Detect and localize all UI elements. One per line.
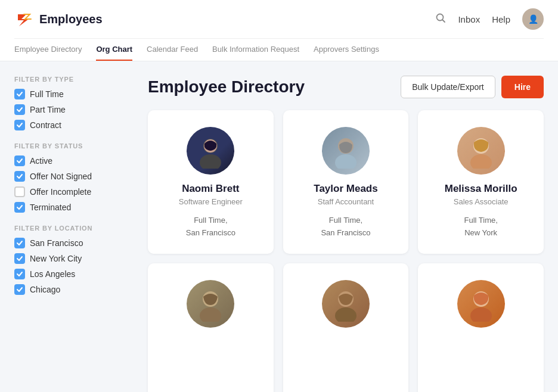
checkbox-contract[interactable] [14,120,25,130]
content-area: Employee Directory Bulk Update/Export Hi… [148,76,544,392]
check-icon [16,204,23,211]
avatar-image-naomi [193,133,228,169]
logo: Employees [14,10,103,29]
filter-chicago[interactable]: Chicago [14,284,134,295]
label-los-angeles: Los Angeles [30,269,75,279]
name-melissa: Melissa Morillo [445,183,517,195]
search-icon [435,13,446,23]
checkbox-offer-incomplete[interactable] [14,186,25,197]
filter-offer-not-signed[interactable]: Offer Not Signed [14,171,134,182]
check-icon [16,157,23,164]
tab-approvers-settings[interactable]: Approvers Settings [314,39,379,61]
tab-bulk-information[interactable]: Bulk Information Request [212,39,299,61]
check-icon [16,106,23,113]
label-new-york-city: New York City [30,254,82,263]
filter-los-angeles[interactable]: Los Angeles [14,269,134,279]
details-naomi: Full Time,San Francisco [186,214,235,239]
checkbox-terminated[interactable] [14,202,25,213]
header-actions: Bulk Update/Export Hire [401,76,544,98]
svg-point-6 [335,154,356,169]
filter-active[interactable]: Active [14,155,134,166]
svg-point-0 [437,14,444,20]
header: Employees Inbox Help 👤 Employee Director… [0,0,558,61]
tab-employee-directory[interactable]: Employee Directory [14,39,82,61]
check-icon [16,239,23,247]
filter-new-york-city[interactable]: New York City [14,253,134,264]
employee-card-taylor[interactable]: Taylor Meads Staff Accountant Full Time,… [283,110,409,254]
filter-location-title: FILTER BY LOCATION [14,225,134,232]
main-content: FILTER BY TYPE Full Time Part Time Contr… [0,61,558,392]
help-link[interactable]: Help [492,14,510,24]
avatar-image-taylor [328,133,364,169]
filter-full-time[interactable]: Full Time [14,89,134,99]
checkbox-los-angeles[interactable] [14,269,25,279]
label-offer-not-signed: Offer Not Signed [30,172,92,181]
employee-card-4[interactable] [148,263,274,392]
label-contract: Contract [30,120,61,130]
employee-grid: Naomi Brett Software Engineer Full Time,… [148,110,544,392]
check-icon [16,255,23,262]
filter-offer-incomplete[interactable]: Offer Incomplete [14,186,134,197]
hire-button[interactable]: Hire [501,76,544,98]
checkbox-part-time[interactable] [14,104,25,115]
filter-status-title: FILTER BY STATUS [14,142,134,150]
svg-point-3 [200,154,221,169]
filter-contract[interactable]: Contract [14,120,134,130]
sidebar: FILTER BY TYPE Full Time Part Time Contr… [14,76,134,392]
filter-san-francisco[interactable]: San Francisco [14,238,134,248]
check-icon [16,270,23,278]
content-header: Employee Directory Bulk Update/Export Hi… [148,76,544,98]
avatar-naomi [187,127,234,175]
avatar-6 [457,280,505,328]
filter-type-title: FILTER BY TYPE [14,76,134,83]
nav-tabs: Employee Directory Org Chart Calendar Fe… [14,38,544,61]
employee-card-naomi[interactable]: Naomi Brett Software Engineer Full Time,… [148,110,274,254]
avatar-melissa [457,127,505,175]
svg-point-12 [335,307,356,322]
filter-by-status: FILTER BY STATUS Active Offer Not Signed… [14,142,134,213]
checkbox-new-york-city[interactable] [14,253,25,264]
check-icon [16,173,23,180]
avatar-5 [322,280,370,328]
user-avatar[interactable]: 👤 [522,8,544,30]
checkbox-full-time[interactable] [14,89,25,99]
avatar-image-6 [463,286,499,322]
tab-org-chart[interactable]: Org Chart [96,39,132,61]
checkbox-san-francisco[interactable] [14,238,25,248]
app-title: Employees [39,13,103,26]
svg-point-8 [470,154,492,169]
filter-part-time[interactable]: Part Time [14,104,134,115]
tab-calendar-feed[interactable]: Calendar Feed [147,39,198,61]
label-full-time: Full Time [30,89,64,99]
checkbox-chicago[interactable] [14,284,25,295]
name-taylor: Taylor Meads [314,183,377,195]
inbox-link[interactable]: Inbox [458,14,480,24]
employee-card-5[interactable] [283,263,409,392]
avatar-image-melissa [463,133,499,169]
filter-by-location: FILTER BY LOCATION San Francisco New Yor… [14,225,134,295]
svg-line-1 [443,20,445,22]
header-top: Employees Inbox Help 👤 [14,0,544,38]
check-icon [16,286,23,293]
search-button[interactable] [435,13,446,26]
avatar-image-5 [328,286,364,322]
employee-card-6[interactable] [418,263,544,392]
details-taylor: Full Time,San Francisco [321,214,370,239]
page-title: Employee Directory [148,77,305,97]
checkbox-active[interactable] [14,155,25,166]
check-icon [16,91,23,98]
label-active: Active [30,156,52,166]
checkbox-offer-not-signed[interactable] [14,171,25,182]
bulk-update-export-button[interactable]: Bulk Update/Export [401,76,495,98]
details-melissa: Full Time,New York [464,214,497,239]
employee-card-melissa[interactable]: Melissa Morillo Sales Associate Full Tim… [418,110,544,254]
check-icon [16,122,23,129]
label-terminated: Terminated [30,203,71,212]
filter-by-type: FILTER BY TYPE Full Time Part Time Contr… [14,76,134,130]
header-right: Inbox Help 👤 [435,8,544,30]
role-taylor: Staff Accountant [318,197,374,206]
filter-terminated[interactable]: Terminated [14,202,134,213]
role-melissa: Sales Associate [454,197,509,206]
logo-icon [14,10,33,29]
label-part-time: Part Time [30,105,66,114]
